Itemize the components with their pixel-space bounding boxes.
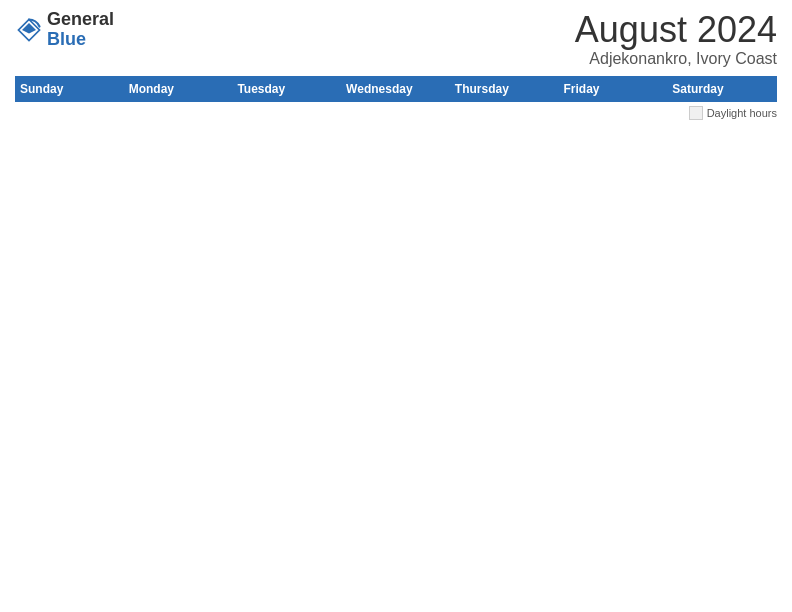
header-row: SundayMondayTuesdayWednesdayThursdayFrid… [16, 76, 777, 101]
day-header-tuesday: Tuesday [233, 76, 342, 101]
month-title: August 2024 [575, 10, 777, 50]
title-block: August 2024 Adjekonankro, Ivory Coast [575, 10, 777, 68]
footer-legend: Daylight hours [689, 106, 777, 120]
location: Adjekonankro, Ivory Coast [575, 50, 777, 68]
calendar-table: SundayMondayTuesdayWednesdayThursdayFrid… [15, 76, 777, 102]
legend-label: Daylight hours [707, 107, 777, 119]
logo-text: General Blue [47, 10, 114, 50]
day-header-monday: Monday [124, 76, 233, 101]
page-header: General Blue August 2024 Adjekonankro, I… [15, 10, 777, 68]
footer: Daylight hours [15, 106, 777, 120]
logo-icon [15, 16, 43, 44]
day-header-wednesday: Wednesday [342, 76, 451, 101]
day-header-sunday: Sunday [16, 76, 125, 101]
page-container: General Blue August 2024 Adjekonankro, I… [0, 0, 792, 125]
day-header-friday: Friday [559, 76, 668, 101]
logo: General Blue [15, 10, 114, 50]
legend-box [689, 106, 703, 120]
day-header-thursday: Thursday [450, 76, 559, 101]
day-header-saturday: Saturday [668, 76, 777, 101]
